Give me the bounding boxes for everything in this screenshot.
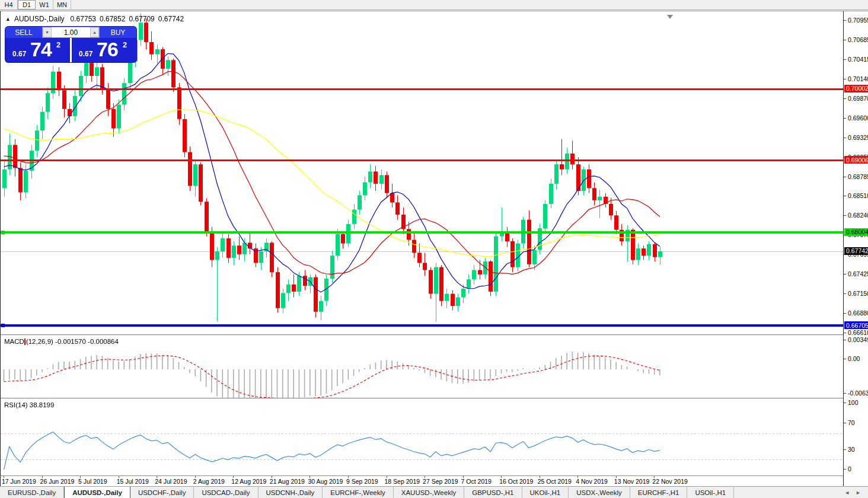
macd-tick [844,393,846,394]
sell-button[interactable]: SELL [5,27,42,38]
time-tick-label: 16 Oct 2019 [499,478,533,485]
macd-scale-label: 0.00349 [848,336,868,343]
tab-ukoil-h1[interactable]: UKOil-,H1 [522,487,569,498]
price-tick-label: 0.68240 [848,212,868,219]
one-click-trade-panel: SELL ▼ 1.00 ▲ BUY 0.67 74 2 0.67 76 [5,27,136,62]
chart-shift-marker-icon[interactable] [667,15,673,19]
rsi-tick [844,469,846,470]
rsi-panel-canvas[interactable] [1,400,844,475]
buy-price[interactable]: 0.67 76 2 [72,38,136,62]
price-tick-label: 0.70955 [848,17,868,24]
price-tick [844,118,846,119]
price-tick [844,196,846,196]
price-tick-label: 0.69325 [848,134,868,141]
tab-audusd-daily[interactable]: AUDUSD-,Daily [64,487,130,498]
rsi-indicator-label: RSI(14) 38.8199 [4,401,54,408]
macd-tick [844,359,846,359]
price-tick-label: 0.70140 [848,75,868,82]
chart-plot-column: 17 Jun 201926 Jun 20195 Jul 201915 Jul 2… [0,11,843,486]
tab-usoil-h1[interactable]: USOil-,H1 [687,487,734,498]
tab-usdcnh-daily[interactable]: USDCNH-,Daily [259,487,323,498]
volume-increase-button[interactable]: ▲ [90,27,99,37]
sell-price-sup: 2 [56,40,60,49]
volume-input[interactable]: 1.00 [52,27,90,37]
buy-button[interactable]: BUY [100,27,136,38]
time-axis[interactable]: 17 Jun 201926 Jun 20195 Jul 201915 Jul 2… [1,476,844,486]
rsi-scale-label: 0 [848,465,851,473]
sell-price-small: 0.67 [12,50,26,58]
time-tick-label: 4 Nov 2019 [576,478,608,485]
timeframe-toolbar: H4D1W1MN [0,0,868,10]
tab-usdchf-daily[interactable]: USDCHF-,Daily [130,487,194,498]
tab-nav: ◄► [844,487,868,498]
price-tick [844,333,846,333]
price-tick-label: 0.67150 [848,290,868,297]
macd-scale-label: 0.00 [848,355,860,362]
time-tick-label: 5 Jul 2019 [78,478,107,485]
quote-high: 0.67852 [100,15,125,23]
time-tick-label: 27 Sep 2019 [423,478,458,485]
tab-xauusd-weekly[interactable]: XAUUSD-,Weekly [394,487,464,498]
symbol-label: AUDUSD-,Daily [14,15,65,23]
buy-price-big: 76 [97,38,118,61]
time-tick-label: 24 Jul 2019 [155,478,187,485]
price-tick [844,59,846,60]
collapse-arrow-icon[interactable]: ▲ [5,16,11,22]
rsi-scale-label: 30 [848,446,855,453]
timeframe-button-h4[interactable]: H4 [0,0,18,9]
sell-price-big: 74 [30,38,52,61]
macd-scale-label: -0.00637 [848,390,868,397]
time-tick-label: 15 Jul 2019 [117,478,149,485]
price-scale[interactable]: 0.709550.706850.704150.701400.698700.696… [843,11,868,486]
time-tick-label: 9 Sep 2019 [346,478,378,485]
text-cursor [24,339,25,345]
macd-panel-canvas[interactable] [1,336,844,398]
timeframe-button-w1[interactable]: W1 [36,0,53,9]
rsi-tick [844,403,846,403]
time-tick-label: 13 Nov 2019 [614,478,650,485]
price-tick [844,98,846,99]
symbol-tab-bar: EURUSD-,DailyAUDUSD-,DailyUSDCHF-,DailyU… [0,486,868,498]
price-tick-label: 0.67425 [848,270,868,277]
price-tick [844,40,846,40]
tab-eurchf-h1[interactable]: EURCHF-,H1 [630,487,688,498]
price-tick-label: 0.68785 [848,173,868,180]
tab-eurchf-weekly[interactable]: EURCHF-,Weekly [323,487,393,498]
buy-price-sup: 2 [123,40,127,49]
tab-scroll-right-icon[interactable]: ► [856,490,861,496]
buy-price-small: 0.67 [79,50,92,58]
price-tick [844,215,846,216]
price-level-badge: 0.66705 [844,321,868,329]
sell-price[interactable]: 0.67 74 2 [5,38,70,62]
price-tick-label: 0.69870 [848,95,868,102]
timeframe-button-mn[interactable]: MN [53,0,71,9]
time-tick-label: 30 Aug 2019 [308,478,343,485]
timeframe-button-d1[interactable]: D1 [18,0,36,9]
panel-separator[interactable] [1,398,844,399]
macd-values: (12,26,9) -0.001570 -0.000864 [26,338,119,345]
price-tick [844,20,846,21]
panel-separator[interactable] [1,334,844,336]
price-tick-label: 0.66880 [848,309,868,317]
quote-close: 0.67742 [158,15,184,23]
price-tick [844,274,846,274]
tab-gbpusd-h1[interactable]: GBPUSD-,H1 [464,487,522,498]
time-tick-label: 12 Aug 2019 [231,478,266,485]
tab-usdcad-daily[interactable]: USDCAD-,Daily [194,487,258,498]
tab-scroll-left-icon[interactable]: ◄ [844,490,850,496]
macd-tick [844,340,846,340]
volume-decrease-button[interactable]: ▼ [43,27,52,37]
rsi-scale-label: 70 [848,419,855,426]
trading-terminal: H4D1W1MN 17 Jun 201926 Jun 20195 Jul 201… [0,0,868,498]
rsi-tick [844,423,846,423]
tab-eurusd-daily[interactable]: EURUSD-,Daily [0,487,64,498]
price-tick [844,79,846,79]
price-tick [844,313,846,314]
price-tick [844,293,846,294]
price-tick-label: 0.66610 [848,329,868,336]
time-tick-label: 26 Jun 2019 [40,478,75,485]
volume-box: ▼ 1.00 ▲ [42,27,100,38]
time-tick-label: 7 Oct 2019 [461,478,492,485]
tab-usdx-weekly[interactable]: USDX-,Weekly [569,487,630,498]
time-tick-label: 2 Aug 2019 [193,478,225,485]
